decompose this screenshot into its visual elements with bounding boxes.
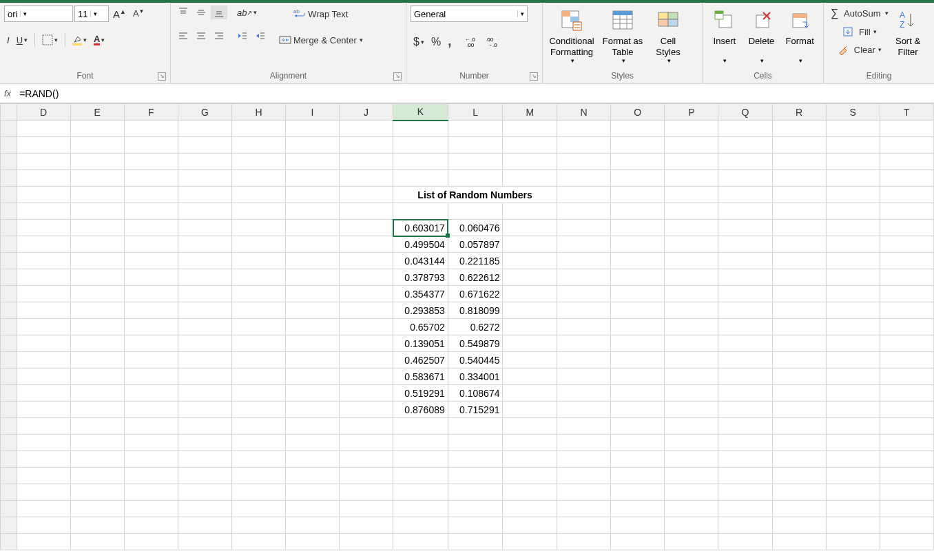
cell-T5[interactable]	[880, 187, 933, 203]
cell-D5[interactable]	[17, 187, 70, 203]
cell-G22[interactable]	[178, 468, 231, 484]
cell-O9[interactable]	[611, 253, 665, 269]
cell-O17[interactable]	[611, 385, 665, 402]
cell-D2[interactable]	[17, 137, 70, 154]
merge-center-button[interactable]: Merge & Center ▾	[276, 32, 366, 48]
cell-O12[interactable]	[611, 302, 665, 319]
cell-J22[interactable]	[340, 468, 393, 484]
cell-F17[interactable]	[124, 385, 178, 402]
column-header-E[interactable]: E	[70, 104, 124, 121]
cell-Q16[interactable]	[718, 369, 772, 385]
cell-R20[interactable]	[772, 435, 826, 451]
cell-P16[interactable]	[665, 369, 718, 385]
font-name-combo[interactable]: ori ▾	[4, 6, 73, 22]
cell-G11[interactable]	[178, 286, 231, 302]
cell-Q22[interactable]	[718, 468, 772, 484]
cell-Q1[interactable]	[718, 121, 772, 137]
cell-S1[interactable]	[826, 121, 880, 137]
cell-P26[interactable]	[665, 534, 718, 550]
cell-L8[interactable]: 0.057897	[448, 236, 503, 253]
cell-M16[interactable]	[503, 369, 557, 385]
cell-N7[interactable]	[557, 220, 611, 236]
cell-Q13[interactable]	[718, 319, 772, 335]
cell-D7[interactable]	[17, 220, 70, 236]
cell-G1[interactable]	[178, 121, 231, 137]
cell-J26[interactable]	[340, 534, 393, 550]
cell-T18[interactable]	[880, 402, 933, 418]
cell-I21[interactable]	[286, 451, 340, 468]
cell-J18[interactable]	[340, 402, 393, 418]
cell-S24[interactable]	[826, 501, 880, 517]
cell-O23[interactable]	[611, 484, 665, 501]
cell-O13[interactable]	[611, 319, 665, 335]
cell-P9[interactable]	[665, 253, 718, 269]
cell-D11[interactable]	[17, 286, 70, 302]
cell-Q2[interactable]	[718, 137, 772, 154]
cell-G3[interactable]	[178, 154, 231, 170]
cell-M19[interactable]	[503, 418, 557, 435]
percent-format-button[interactable]: %	[428, 34, 444, 50]
cell-L17[interactable]: 0.108674	[448, 385, 503, 402]
cell-P4[interactable]	[665, 170, 718, 187]
cell-E17[interactable]	[70, 385, 124, 402]
increase-indent-button[interactable]	[252, 29, 269, 43]
cell-R7[interactable]	[772, 220, 826, 236]
cell-T26[interactable]	[880, 534, 933, 550]
italic-button[interactable]: I	[4, 34, 12, 47]
cell-N4[interactable]	[557, 170, 611, 187]
cell-P2[interactable]	[665, 137, 718, 154]
cell-Q15[interactable]	[718, 352, 772, 369]
cell-I17[interactable]	[286, 385, 340, 402]
cell-P13[interactable]	[665, 319, 718, 335]
cell-T16[interactable]	[880, 369, 933, 385]
cell-F26[interactable]	[124, 534, 178, 550]
cell-Q8[interactable]	[718, 236, 772, 253]
clear-button[interactable]: Clear▾	[828, 43, 891, 56]
cell-M15[interactable]	[503, 352, 557, 369]
cell-P8[interactable]	[665, 236, 718, 253]
column-header-H[interactable]: H	[231, 104, 285, 121]
cell-M25[interactable]	[503, 517, 557, 534]
cell-O5[interactable]	[611, 187, 665, 203]
cell-O18[interactable]	[611, 402, 665, 418]
cell-L9[interactable]: 0.221185	[448, 253, 503, 269]
cell-H20[interactable]	[231, 435, 285, 451]
cell-R14[interactable]	[772, 335, 826, 352]
cell-J20[interactable]	[340, 435, 393, 451]
cell-S5[interactable]	[826, 187, 880, 203]
cell-I16[interactable]	[286, 369, 340, 385]
cell-S22[interactable]	[826, 468, 880, 484]
alignment-launcher[interactable]: ↘	[393, 72, 402, 81]
cell-K6[interactable]	[393, 203, 448, 220]
cell-T17[interactable]	[880, 385, 933, 402]
cell-R12[interactable]	[772, 302, 826, 319]
cell-L6[interactable]	[448, 203, 503, 220]
cell-Q17[interactable]	[718, 385, 772, 402]
cell-G14[interactable]	[178, 335, 231, 352]
cell-T6[interactable]	[880, 203, 933, 220]
cell-E14[interactable]	[70, 335, 124, 352]
cell-L19[interactable]	[448, 418, 503, 435]
cell-H15[interactable]	[231, 352, 285, 369]
cell-O6[interactable]	[611, 203, 665, 220]
cell-R4[interactable]	[772, 170, 826, 187]
cell-K10[interactable]: 0.378793	[393, 269, 448, 286]
cell-N18[interactable]	[557, 402, 611, 418]
column-header-F[interactable]: F	[124, 104, 178, 121]
cell-K1[interactable]	[393, 121, 448, 137]
column-header-P[interactable]: P	[665, 104, 718, 121]
column-header-R[interactable]: R	[772, 104, 826, 121]
cell-O15[interactable]	[611, 352, 665, 369]
cell-T23[interactable]	[880, 484, 933, 501]
cell-H14[interactable]	[231, 335, 285, 352]
cell-H4[interactable]	[231, 170, 285, 187]
cell-T12[interactable]	[880, 302, 933, 319]
cell-H10[interactable]	[231, 269, 285, 286]
cell-F1[interactable]	[124, 121, 178, 137]
cell-S6[interactable]	[826, 203, 880, 220]
cell-G15[interactable]	[178, 352, 231, 369]
cell-F23[interactable]	[124, 484, 178, 501]
cell-G18[interactable]	[178, 402, 231, 418]
cell-E8[interactable]	[70, 236, 124, 253]
cell-S15[interactable]	[826, 352, 880, 369]
